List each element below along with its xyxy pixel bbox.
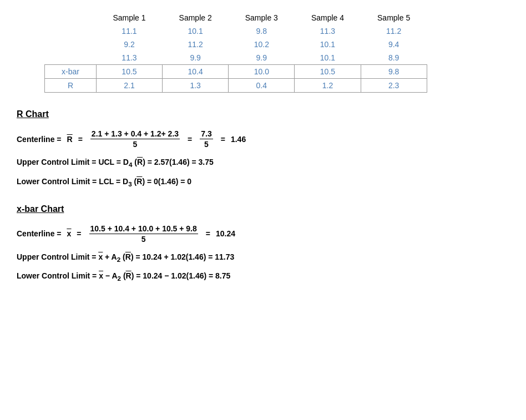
- xbar-row: x-bar 10.5 10.4 10.0 10.5 9.8: [45, 65, 427, 79]
- data-table-section: Sample 1 Sample 2 Sample 3 Sample 4 Samp…: [17, 11, 509, 93]
- rchart-numerator: 2.1 + 1.3 + 0.4 + 1.2+ 2.3: [90, 129, 180, 139]
- r-c2: 1.3: [163, 79, 229, 93]
- rchart-fraction2: 7.3 5: [200, 129, 213, 149]
- rchart-lcl: Lower Control Limit = LCL = D3 (R) = 0(1…: [17, 177, 509, 188]
- table-row: 11.3 9.9 9.9 10.1 8.9: [45, 51, 427, 65]
- r3c3: 9.9: [229, 51, 295, 65]
- xbar-lcl-sub: 2: [118, 275, 121, 282]
- xbarchart-ucl: Upper Control Limit = x + A2 (R) = 10.24…: [17, 252, 509, 263]
- r-c3: 0.4: [229, 79, 295, 93]
- rchart-section: R Chart Centerline = R = 2.1 + 1.3 + 0.4…: [17, 109, 509, 188]
- row-label-empty3: [45, 51, 97, 65]
- xbar-c3: 10.0: [229, 65, 295, 79]
- xbar-c5: 9.8: [361, 65, 427, 79]
- r-label: R: [45, 79, 97, 93]
- xbarchart-title: x-bar Chart: [17, 204, 509, 214]
- data-table: Sample 1 Sample 2 Sample 3 Sample 4 Samp…: [44, 11, 427, 93]
- r1c5: 11.2: [361, 24, 427, 38]
- xbar-ucl-sub: 2: [117, 255, 120, 262]
- sample5-header: Sample 5: [361, 11, 427, 24]
- xbarchart-result: 10.24: [216, 229, 235, 238]
- xbar-lcl-text: Lower Control Limit = x − A2 (R) = 10.24…: [17, 271, 230, 282]
- xbar-centerline-text: Centerline =: [17, 229, 62, 238]
- r-c4: 1.2: [295, 79, 361, 93]
- lcl-text: Lower Control Limit = LCL = D3 (R) = 0(1…: [17, 177, 191, 188]
- xbar-c2: 10.4: [163, 65, 229, 79]
- sample2-header: Sample 2: [163, 11, 229, 24]
- centerline-text: Centerline =: [17, 135, 62, 144]
- rchart-centerline: Centerline = R = 2.1 + 1.3 + 0.4 + 1.2+ …: [17, 129, 509, 149]
- ucl-sub: 4: [129, 161, 132, 168]
- sample1-header: Sample 1: [96, 11, 162, 24]
- xbar-equals1: =: [77, 229, 81, 238]
- xbarchart-denominator: 5: [140, 234, 147, 244]
- row-label-empty2: [45, 38, 97, 51]
- r2c3: 10.2: [229, 38, 295, 51]
- r1c1: 11.1: [96, 24, 162, 38]
- xbar-c1: 10.5: [96, 65, 162, 79]
- r2c2: 11.2: [163, 38, 229, 51]
- rchart-ucl: Upper Control Limit = UCL = D4 (R) = 2.5…: [17, 158, 509, 168]
- xbarchart-section: x-bar Chart Centerline = x = 10.5 + 10.4…: [17, 204, 509, 282]
- rchart-title: R Chart: [17, 109, 509, 119]
- row-label-empty1: [45, 24, 97, 38]
- equals-sign3: =: [221, 135, 225, 144]
- xbarchart-numerator: 10.5 + 10.4 + 10.0 + 10.5 + 9.8: [89, 224, 198, 234]
- r3c2: 9.9: [163, 51, 229, 65]
- sample4-header: Sample 4: [295, 11, 361, 24]
- xbarchart-title-text: x-bar Chart: [17, 204, 64, 214]
- centerline-fraction: 2.1 + 1.3 + 0.4 + 1.2+ 2.3 5: [88, 129, 182, 149]
- r2c1: 9.2: [96, 38, 162, 51]
- r-c5: 2.3: [361, 79, 427, 93]
- xbar-label: x-bar: [45, 65, 97, 79]
- rchart-title-text: R Chart: [17, 109, 49, 119]
- xbarchart-fraction: 10.5 + 10.4 + 10.0 + 10.5 + 9.8 5: [89, 224, 198, 244]
- double-overline-x: x: [67, 229, 72, 238]
- rchart-denominator: 5: [132, 139, 139, 149]
- xbar-c4: 10.5: [295, 65, 361, 79]
- r3c5: 8.9: [361, 51, 427, 65]
- rchart-num2: 7.3: [200, 129, 213, 139]
- r2c4: 10.1: [295, 38, 361, 51]
- r-bar-symbol: R: [67, 135, 73, 144]
- rchart-den2: 5: [203, 139, 210, 149]
- centerline-fraction2: 7.3 5: [198, 129, 215, 149]
- xbar-centerline-fraction: 10.5 + 10.4 + 10.0 + 10.5 + 9.8 5: [87, 224, 200, 244]
- rchart-result: 1.46: [231, 135, 246, 144]
- r3c4: 10.1: [295, 51, 361, 65]
- r-c1: 2.1: [96, 79, 162, 93]
- table-row: 9.2 11.2 10.2 10.1 9.4: [45, 38, 427, 51]
- rchart-fraction: 2.1 + 1.3 + 0.4 + 1.2+ 2.3 5: [90, 129, 180, 149]
- r1c3: 9.8: [229, 24, 295, 38]
- r1c4: 11.3: [295, 24, 361, 38]
- table-row: 11.1 10.1 9.8 11.3 11.2: [45, 24, 427, 38]
- ucl-text: Upper Control Limit = UCL = D4 (R) = 2.5…: [17, 158, 214, 168]
- r3c1: 11.3: [96, 51, 162, 65]
- lcl-sub: 3: [128, 180, 132, 188]
- empty-header: [45, 11, 97, 24]
- equals-sign1: =: [78, 135, 83, 144]
- page-wrapper: Sample 1 Sample 2 Sample 3 Sample 4 Samp…: [17, 11, 509, 282]
- r2c5: 9.4: [361, 38, 427, 51]
- xbarchart-centerline: Centerline = x = 10.5 + 10.4 + 10.0 + 10…: [17, 224, 509, 244]
- r1c2: 10.1: [163, 24, 229, 38]
- sample3-header: Sample 3: [229, 11, 295, 24]
- xbar-ucl-text: Upper Control Limit = x + A2 (R) = 10.24…: [17, 252, 234, 263]
- xbar-equals2: =: [206, 229, 210, 238]
- equals-sign2: =: [188, 135, 192, 144]
- xbarchart-lcl: Lower Control Limit = x − A2 (R) = 10.24…: [17, 271, 509, 282]
- r-row: R 2.1 1.3 0.4 1.2 2.3: [45, 79, 427, 93]
